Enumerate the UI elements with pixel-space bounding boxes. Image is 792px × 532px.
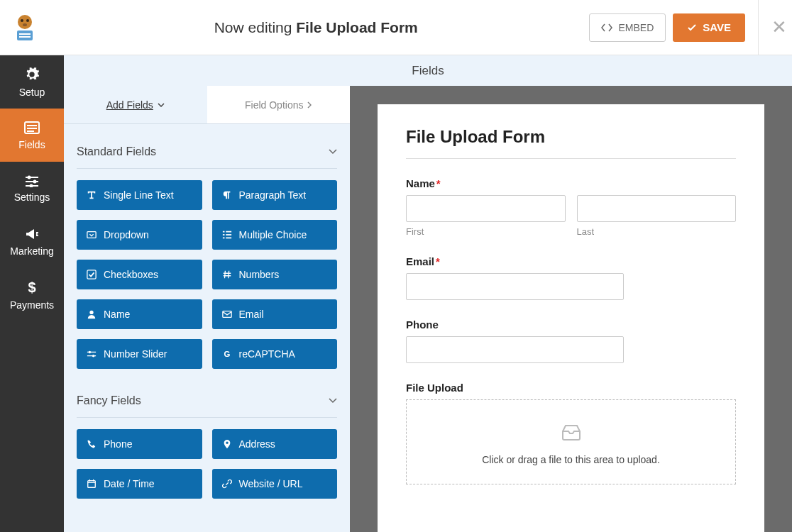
field-type-button[interactable]: Name [77, 299, 202, 329]
field-label: Phone [104, 438, 132, 450]
field-label: Date / Time [104, 478, 155, 489]
dropdown-icon [87, 230, 97, 240]
sidebar-item-settings[interactable]: Settings [0, 162, 64, 215]
mail-icon [222, 309, 232, 319]
hash-icon [222, 270, 232, 279]
sidebar-item-fields[interactable]: Fields [0, 109, 64, 162]
svg-rect-4 [17, 31, 33, 40]
field-label: Checkboxes [104, 269, 158, 280]
field-type-button[interactable]: Paragraph Text [212, 180, 338, 210]
link-icon [222, 479, 232, 489]
svg-rect-20 [226, 231, 231, 233]
field-label: Single Line Text [104, 189, 174, 201]
svg-rect-24 [226, 238, 231, 239]
upload-icon [421, 423, 721, 444]
svg-rect-25 [87, 270, 96, 279]
save-button[interactable]: SAVE [673, 13, 745, 42]
field-label: reCAPTCHA [239, 348, 295, 360]
field-type-button[interactable]: Dropdown [77, 220, 202, 250]
form-preview: File Upload Form Name* First Last [378, 104, 764, 532]
field-label: Website / URL [239, 478, 303, 489]
tab-add-fields[interactable]: Add Fields [64, 86, 207, 123]
app-logo [7, 10, 43, 45]
sidebar-item-payments[interactable]: $ Payments [0, 268, 64, 321]
section-header[interactable]: Standard Fields [77, 137, 337, 169]
field-type-button[interactable]: Number Slider [77, 339, 202, 369]
check-icon [87, 270, 97, 279]
calendar-icon [87, 479, 97, 489]
top-bar: Now editing File Upload Form EMBED SAVE … [0, 0, 792, 55]
svg-point-0 [18, 15, 32, 29]
paragraph-icon [222, 190, 232, 200]
form-title: File Upload Form [406, 127, 736, 147]
field-label: Multiple Choice [239, 229, 307, 240]
last-name-input[interactable] [577, 195, 737, 222]
field-type-button[interactable]: Single Line Text [77, 180, 202, 210]
svg-rect-5 [19, 33, 31, 35]
field-type-button[interactable]: Date / Time [77, 469, 202, 499]
fields-panel: Add Fields Field Options Standard Fields… [64, 86, 350, 532]
list-icon [222, 230, 232, 240]
close-icon[interactable]: ✕ [758, 0, 779, 55]
sidebar-label: Settings [14, 192, 50, 203]
svg-point-16 [30, 184, 33, 187]
email-input[interactable] [406, 273, 624, 300]
google-icon: G [222, 349, 232, 359]
embed-button[interactable]: EMBED [589, 13, 666, 42]
svg-text:$: $ [28, 279, 35, 295]
svg-point-3 [23, 23, 27, 26]
last-sublabel: Last [577, 226, 737, 237]
first-name-input[interactable] [406, 195, 566, 222]
sidebar-label: Setup [19, 87, 45, 98]
email-label: Email* [406, 255, 736, 267]
svg-rect-33 [88, 481, 96, 488]
user-icon [87, 309, 97, 319]
field-label: Name [104, 309, 130, 320]
field-type-button[interactable]: GreCAPTCHA [212, 339, 338, 369]
field-type-button[interactable]: Checkboxes [77, 260, 202, 289]
field-label: Paragraph Text [239, 189, 307, 201]
field-type-button[interactable]: Numbers [212, 260, 338, 289]
chevron-right-icon [307, 101, 312, 109]
svg-point-12 [28, 175, 31, 179]
file-upload-dropzone[interactable]: Click or drag a file to this area to upl… [406, 399, 736, 484]
name-label: Name* [406, 177, 736, 189]
phone-label: Phone [406, 318, 736, 331]
field-type-button[interactable]: Email [212, 299, 338, 329]
slider-icon [87, 349, 97, 359]
field-type-button[interactable]: Multiple Choice [212, 220, 338, 250]
editing-title: Now editing File Upload Form [43, 19, 589, 36]
panel-heading: Fields [64, 55, 792, 86]
svg-rect-22 [226, 234, 231, 235]
tab-field-options[interactable]: Field Options [207, 86, 351, 123]
first-sublabel: First [406, 226, 566, 237]
svg-rect-23 [222, 238, 224, 239]
phone-input[interactable] [406, 336, 624, 363]
svg-point-1 [21, 19, 23, 22]
sidebar-label: Fields [18, 139, 45, 150]
pin-icon [222, 439, 232, 449]
svg-rect-19 [222, 231, 224, 233]
field-label: Address [239, 438, 275, 450]
field-label: Number Slider [104, 348, 167, 360]
svg-rect-18 [87, 232, 96, 238]
field-type-button[interactable]: Website / URL [212, 469, 338, 499]
sidebar-item-marketing[interactable]: Marketing [0, 215, 64, 268]
field-label: Email [239, 309, 264, 320]
svg-rect-6 [19, 36, 31, 38]
svg-text:G: G [224, 350, 230, 358]
section-header[interactable]: Fancy Fields [77, 386, 337, 418]
svg-point-26 [89, 311, 93, 314]
svg-point-29 [89, 351, 92, 354]
sidebar-item-setup[interactable]: Setup [0, 55, 64, 109]
main-sidebar: Setup Fields Settings Marketing $ Paymen… [0, 55, 64, 532]
sidebar-label: Payments [10, 299, 54, 311]
upload-text: Click or drag a file to this area to upl… [421, 454, 721, 465]
field-type-button[interactable]: Phone [77, 429, 202, 459]
chevron-down-icon [329, 149, 337, 155]
chevron-down-icon [158, 103, 165, 107]
svg-point-2 [26, 19, 29, 22]
field-type-button[interactable]: Address [212, 429, 338, 459]
field-label: Dropdown [104, 229, 149, 240]
text-icon [87, 190, 97, 200]
